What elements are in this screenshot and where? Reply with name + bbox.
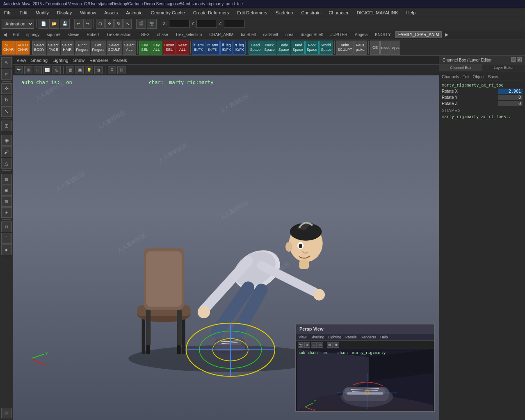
paint-btn[interactable]: 🖌 bbox=[1, 146, 12, 157]
menu-animate[interactable]: Animate bbox=[124, 9, 144, 16]
eyes-btn[interactable]: eyes bbox=[390, 41, 400, 55]
shaded-btn[interactable]: ▣ bbox=[1, 185, 12, 196]
toolbar-undo[interactable]: ↩ bbox=[74, 19, 82, 29]
persp-menu-help[interactable]: Help bbox=[380, 335, 388, 339]
vt-film-gate[interactable]: ⬜ bbox=[43, 66, 51, 74]
toolbar-rotate[interactable]: ↻ bbox=[114, 19, 123, 29]
shelf-next[interactable]: ▶ bbox=[443, 32, 450, 37]
vt-lights[interactable]: 💡 bbox=[85, 66, 93, 74]
vp-menu-lighting[interactable]: Lighting bbox=[52, 58, 68, 63]
select-body-btn[interactable]: SelectBODY bbox=[32, 41, 46, 55]
shelf-tab-batshelf[interactable]: batShelf bbox=[238, 31, 259, 38]
menu-character[interactable]: Character bbox=[327, 9, 350, 16]
vt-wireframe[interactable]: ⊡ bbox=[117, 66, 126, 74]
persp-menu-view[interactable]: View bbox=[299, 335, 306, 339]
channel-box-tab[interactable]: Channel Box bbox=[439, 64, 482, 71]
toolbar-redo[interactable]: ↪ bbox=[83, 19, 91, 29]
shelf-tab-angela[interactable]: Angela bbox=[352, 31, 370, 38]
shelf-tab-bot[interactable]: Bot bbox=[10, 31, 22, 38]
soft-sel-btn[interactable]: ◉ bbox=[1, 135, 12, 146]
pv-btn-1[interactable]: 📷 bbox=[298, 342, 304, 348]
persp-canvas[interactable]: sub-char: on char: marty_rig:marty bbox=[296, 349, 434, 411]
shelf-tab-trex-selection[interactable]: Trex_selection bbox=[173, 31, 205, 38]
menu-help[interactable]: Help bbox=[404, 9, 417, 16]
mout-btn[interactable]: mout bbox=[380, 41, 390, 55]
lf-leg-ikfk-btn[interactable]: lf_legIK/FK bbox=[220, 41, 233, 55]
shelf-tab-squirrel[interactable]: squirrel bbox=[44, 31, 63, 38]
menu-edit[interactable]: Edit bbox=[18, 9, 29, 16]
toolbar-render-btn[interactable]: 🎬 bbox=[136, 19, 146, 29]
move-tool-btn[interactable]: ✛ bbox=[1, 83, 12, 94]
vp-menu-panels[interactable]: Panels bbox=[113, 58, 127, 63]
shelf-prev[interactable]: ◀ bbox=[2, 32, 8, 37]
layer-editor-tab[interactable]: Layer Editor bbox=[482, 64, 525, 71]
reset-all-btn[interactable]: ResetALL bbox=[176, 41, 189, 55]
menu-assets[interactable]: Assets bbox=[103, 9, 119, 16]
cb-value-rotatey[interactable]: 0 bbox=[498, 95, 523, 100]
shelf-tab-trex[interactable]: TREX bbox=[136, 31, 153, 38]
shelf-tab-char-anim[interactable]: CHAR_ANIM bbox=[206, 31, 236, 38]
viewport-canvas[interactable]: 人人素材社区 人人素材社区 人人素材社区 人人素材社区 人人素材社区 人人素材社… bbox=[13, 75, 439, 420]
foot-space-btn[interactable]: FootSpace bbox=[305, 41, 319, 55]
shelf-tab-chase[interactable]: chase bbox=[154, 31, 171, 38]
scale-tool-btn[interactable]: ⤡ bbox=[1, 106, 12, 117]
select-all-btn[interactable]: SelectALL bbox=[123, 41, 136, 55]
cb-menu-object[interactable]: Object bbox=[473, 75, 485, 79]
toolbar-y-input[interactable] bbox=[196, 20, 217, 28]
menu-digicel[interactable]: DIGICEL MAYALINK bbox=[355, 9, 400, 16]
vt-isolate[interactable]: ◎ bbox=[52, 66, 61, 74]
shelf-tab-robert[interactable]: Robert bbox=[84, 31, 102, 38]
cb-menu-channels[interactable]: Channels bbox=[442, 75, 459, 79]
key-sel-btn[interactable]: KeySEL bbox=[139, 41, 151, 55]
vt-resolution[interactable]: □ bbox=[34, 66, 42, 74]
vt-shadow[interactable]: ◑ bbox=[94, 66, 103, 74]
rt-arm-ikfk-btn[interactable]: rt_armIK/FK bbox=[206, 41, 220, 55]
sculpt-btn[interactable]: △ bbox=[1, 158, 12, 169]
auto-char-btn[interactable]: AUTOCHAR bbox=[16, 41, 30, 55]
pv-btn-6[interactable]: ▣ bbox=[333, 342, 339, 348]
select-tool-btn[interactable]: ↖ bbox=[1, 57, 12, 68]
toolbar-x-input[interactable] bbox=[169, 20, 189, 28]
render-region-btn[interactable]: 🎥 bbox=[1, 408, 12, 418]
shelf-tab-jupiter[interactable]: JUPITER bbox=[327, 31, 350, 38]
pv-btn-5[interactable]: ▦ bbox=[327, 342, 333, 348]
select-face-btn[interactable]: SelectFACE bbox=[47, 41, 60, 55]
vp-menu-view[interactable]: View bbox=[16, 58, 26, 63]
rotate-tool-btn[interactable]: ↻ bbox=[1, 95, 12, 105]
persp-menu-shading[interactable]: Shading bbox=[310, 335, 324, 339]
toolbar-select[interactable]: ⬡ bbox=[96, 19, 105, 29]
cb-value-rotatez[interactable]: 0 bbox=[498, 101, 523, 106]
menu-geometry-cache[interactable]: Geometry Cache bbox=[149, 9, 187, 16]
toolbar-new[interactable]: 📄 bbox=[39, 19, 48, 29]
vp-menu-shading[interactable]: Shading bbox=[31, 58, 48, 63]
toolbar-z-input[interactable] bbox=[224, 20, 244, 28]
toolbar-save[interactable]: 💾 bbox=[60, 19, 70, 29]
transform-tool-btn[interactable]: ⊞ bbox=[1, 121, 12, 131]
anim-sculpt-btn[interactable]: AnimSCULPT bbox=[336, 41, 354, 55]
menu-skeleton[interactable]: Skeleton bbox=[274, 9, 295, 16]
persp-menu-lighting[interactable]: Lighting bbox=[328, 335, 341, 339]
toolbar-scale[interactable]: ⤡ bbox=[123, 19, 132, 29]
lf-arm-ikfk-btn[interactable]: lf_armIK/FK bbox=[192, 41, 205, 55]
ge-btn[interactable]: GE bbox=[370, 41, 380, 55]
textured-btn[interactable]: ▩ bbox=[1, 196, 12, 207]
persp-menu-panels[interactable]: Panels bbox=[345, 335, 357, 339]
vt-texture[interactable]: ▣ bbox=[75, 66, 84, 74]
select-hair-btn[interactable]: SelectHAIR bbox=[61, 41, 74, 55]
reset-sel-btn[interactable]: ResetSEL bbox=[163, 41, 176, 55]
vp-menu-renderer[interactable]: Renderer bbox=[89, 58, 108, 63]
pv-btn-3[interactable]: □ bbox=[311, 342, 317, 348]
lasso-tool-btn[interactable]: ⌗ bbox=[1, 69, 12, 80]
head-space-btn[interactable]: HeadSpace bbox=[249, 41, 262, 55]
cb-menu-show[interactable]: Show bbox=[488, 75, 498, 79]
menu-display[interactable]: Display bbox=[55, 9, 73, 16]
menu-create-deformers[interactable]: Create Deformers bbox=[192, 9, 231, 16]
shelf-tab-springy[interactable]: springy bbox=[23, 31, 42, 38]
snap-curve-btn[interactable]: ⌒ bbox=[1, 233, 12, 244]
snap-point-btn[interactable]: ◆ bbox=[1, 244, 12, 255]
snap-grid-btn[interactable]: ⊟ bbox=[1, 221, 12, 232]
hand-space-btn[interactable]: HandSpace bbox=[291, 41, 305, 55]
shelf-tab-family-char-anim[interactable]: FAMILY_CHAR_ANIM bbox=[395, 31, 442, 38]
shelf-tab-trexsel[interactable]: TrexSelection bbox=[103, 31, 134, 38]
cb-menu-edit[interactable]: Edit bbox=[462, 75, 469, 79]
